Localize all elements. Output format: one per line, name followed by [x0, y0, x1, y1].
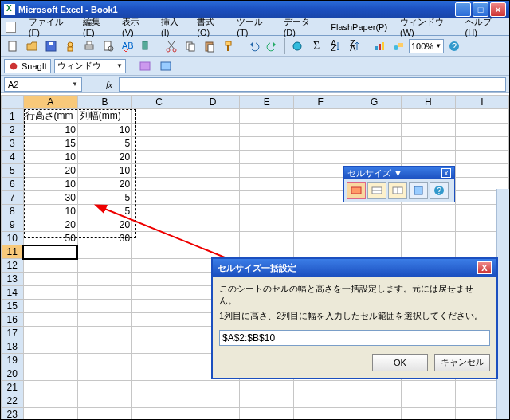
fx-icon[interactable]: fx [106, 80, 112, 89]
cell-D5[interactable] [186, 164, 240, 178]
row-header-4[interactable]: 4 [2, 151, 24, 164]
hyperlink-button[interactable] [288, 37, 306, 55]
new-button[interactable] [4, 37, 22, 55]
paste-button[interactable] [201, 37, 218, 55]
cell-G11[interactable] [347, 245, 402, 259]
cell-A15[interactable] [23, 300, 77, 313]
cell-G3[interactable] [347, 137, 402, 151]
cell-A21[interactable] [23, 381, 77, 394]
cell-D8[interactable] [186, 205, 240, 218]
row-header-5[interactable]: 5 [2, 164, 24, 178]
cell-D11[interactable] [186, 245, 240, 259]
cell-H1[interactable] [402, 109, 456, 124]
cell-G8[interactable] [347, 205, 402, 218]
cell-B23[interactable] [77, 408, 131, 420]
cell-B6[interactable]: 20 [77, 178, 131, 191]
cell-F22[interactable] [293, 394, 347, 408]
col-header-I[interactable]: I [455, 96, 508, 109]
snagit-button[interactable]: SnagIt [4, 59, 51, 73]
cell-C6[interactable] [132, 178, 186, 191]
cell-E7[interactable] [240, 191, 294, 205]
cell-D7[interactable] [186, 191, 240, 205]
cell-D2[interactable] [186, 124, 240, 137]
cell-A2[interactable]: 10 [23, 124, 77, 137]
cell-A12[interactable] [23, 259, 77, 273]
cell-D6[interactable] [186, 178, 240, 191]
cell-B13[interactable] [77, 273, 131, 286]
ok-button[interactable]: OK [372, 354, 428, 371]
cell-C7[interactable] [132, 191, 186, 205]
cell-B4[interactable]: 20 [77, 151, 131, 164]
cell-E8[interactable] [240, 205, 294, 218]
cell-F7[interactable] [293, 191, 347, 205]
cell-I4[interactable] [455, 151, 508, 164]
cell-A18[interactable] [23, 340, 77, 354]
cell-A14[interactable] [23, 286, 77, 300]
print-preview-button[interactable] [100, 37, 117, 55]
addin-button-2[interactable] [157, 57, 175, 75]
row-header-3[interactable]: 3 [2, 137, 24, 151]
row-header-6[interactable]: 6 [2, 178, 24, 191]
cellsize-toolbar-close[interactable]: x [441, 168, 451, 178]
cell-C3[interactable] [132, 137, 186, 151]
formula-input[interactable] [119, 77, 506, 92]
cell-D9[interactable] [186, 218, 240, 232]
cell-B5[interactable]: 10 [77, 164, 131, 178]
cell-H11[interactable] [402, 245, 456, 259]
cell-H21[interactable] [402, 381, 456, 394]
cell-G10[interactable] [347, 232, 402, 245]
cell-D23[interactable] [186, 408, 240, 420]
cell-F2[interactable] [293, 124, 347, 137]
drawing-button[interactable] [390, 37, 407, 55]
copy-button[interactable] [182, 37, 199, 55]
cell-A23[interactable] [23, 408, 77, 420]
cell-H3[interactable] [402, 137, 456, 151]
cell-B15[interactable] [77, 300, 131, 313]
row-header-9[interactable]: 9 [2, 218, 24, 232]
cell-C5[interactable] [132, 164, 186, 178]
cell-D22[interactable] [186, 394, 240, 408]
col-header-C[interactable]: C [132, 96, 186, 109]
cell-E1[interactable] [240, 109, 294, 124]
cell-F6[interactable] [293, 178, 347, 191]
row-header-1[interactable]: 1 [2, 109, 24, 124]
cell-A17[interactable] [23, 327, 77, 340]
menu-edit[interactable]: 編集(E) [78, 14, 114, 39]
cell-A1[interactable]: 行高さ(mm [23, 109, 77, 124]
row-header-21[interactable]: 21 [2, 381, 24, 394]
col-header-F[interactable]: F [293, 96, 347, 109]
cellsize-btn-3[interactable] [388, 182, 407, 199]
cellsize-btn-4[interactable] [409, 182, 428, 199]
cell-C15[interactable] [132, 300, 186, 313]
cell-B8[interactable]: 5 [77, 205, 131, 218]
redo-button[interactable] [264, 37, 281, 55]
research-button[interactable] [138, 37, 155, 55]
menu-data[interactable]: データ(D) [279, 14, 323, 39]
cell-H9[interactable] [402, 218, 456, 232]
cell-C20[interactable] [132, 367, 186, 381]
cell-G2[interactable] [347, 124, 402, 137]
cell-C18[interactable] [132, 340, 186, 354]
cell-A13[interactable] [23, 273, 77, 286]
autosum-button[interactable]: Σ [308, 37, 325, 55]
cell-E2[interactable] [240, 124, 294, 137]
cell-D10[interactable] [186, 232, 240, 245]
cell-B3[interactable]: 5 [77, 137, 131, 151]
vertical-scrollbar[interactable] [496, 189, 509, 419]
cell-G9[interactable] [347, 218, 402, 232]
cell-G22[interactable] [347, 394, 402, 408]
cell-C2[interactable] [132, 124, 186, 137]
cell-I1[interactable] [455, 109, 508, 124]
row-header-16[interactable]: 16 [2, 313, 24, 327]
cell-B11[interactable] [77, 245, 131, 259]
cell-F21[interactable] [293, 381, 347, 394]
col-header-D[interactable]: D [186, 96, 240, 109]
cell-I2[interactable] [455, 124, 508, 137]
cell-F9[interactable] [293, 218, 347, 232]
cell-A11[interactable] [23, 245, 77, 259]
cellsize-help[interactable]: ? [430, 182, 449, 199]
cell-C13[interactable] [132, 273, 186, 286]
cell-A19[interactable] [23, 354, 77, 367]
cell-D3[interactable] [186, 137, 240, 151]
row-header-17[interactable]: 17 [2, 327, 24, 340]
